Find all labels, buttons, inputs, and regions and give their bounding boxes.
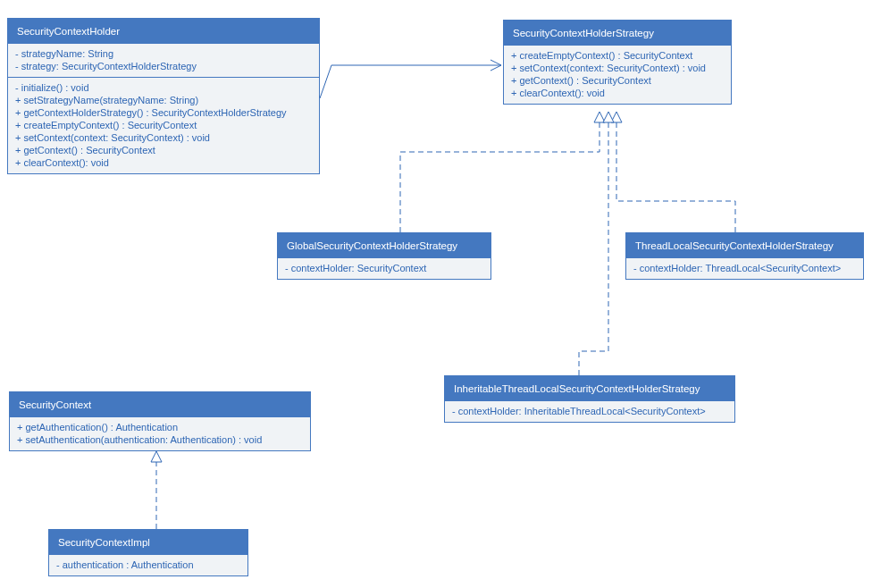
attribute: - contextHolder: ThreadLocal<SecurityCon… <box>633 262 856 274</box>
attributes-section: - contextHolder: ThreadLocal<SecurityCon… <box>626 258 863 279</box>
attribute: - contextHolder: InheritableThreadLocal<… <box>452 405 727 417</box>
class-title: SecurityContextHolderStrategy <box>504 21 731 46</box>
operation: + clearContext(): void <box>511 87 724 99</box>
attributes-section: - authentication : Authentication <box>49 555 247 575</box>
svg-marker-3 <box>151 451 162 462</box>
operation: + createEmptyContext() : SecurityContext <box>511 49 724 62</box>
operation: + setContext(context: SecurityContext) :… <box>15 131 312 144</box>
class-title: ThreadLocalSecurityContextHolderStrategy <box>626 233 863 258</box>
operation: - initialize() : void <box>15 81 312 94</box>
attribute: - strategy: SecurityContextHolderStrateg… <box>15 60 312 72</box>
operation: + setContext(context: SecurityContext) :… <box>511 62 724 74</box>
operations-section: + createEmptyContext() : SecurityContext… <box>504 46 731 104</box>
class-security-context-impl: SecurityContextImpl - authentication : A… <box>48 529 248 576</box>
svg-marker-0 <box>594 112 605 122</box>
class-title: SecurityContext <box>10 392 310 417</box>
operation: + getContextHolderStrategy() : SecurityC… <box>15 106 312 119</box>
class-title: SecurityContextHolder <box>8 19 319 44</box>
operation: + clearContext(): void <box>15 156 312 169</box>
attributes-section: - contextHolder: SecurityContext <box>278 258 490 279</box>
operation: + setStrategyName(strategyName: String) <box>15 94 312 106</box>
class-thread-local-strategy: ThreadLocalSecurityContextHolderStrategy… <box>625 232 864 280</box>
attribute: - strategyName: String <box>15 47 312 60</box>
operation: + getContext() : SecurityContext <box>511 74 724 87</box>
operation: + createEmptyContext() : SecurityContext <box>15 119 312 131</box>
attribute: - authentication : Authentication <box>56 559 240 571</box>
svg-marker-2 <box>603 112 614 122</box>
class-security-context-holder: SecurityContextHolder - strategyName: St… <box>7 18 320 174</box>
operations-section: - initialize() : void + setStrategyName(… <box>8 78 319 173</box>
attributes-section: - strategyName: String - strategy: Secur… <box>8 44 319 77</box>
class-security-context-holder-strategy: SecurityContextHolderStrategy + createEm… <box>503 20 732 105</box>
class-global-strategy: GlobalSecurityContextHolderStrategy - co… <box>277 232 491 280</box>
class-security-context: SecurityContext + getAuthentication() : … <box>9 391 311 451</box>
operation: + getContext() : SecurityContext <box>15 144 312 156</box>
class-title: SecurityContextImpl <box>49 530 247 555</box>
operation: + getAuthentication() : Authentication <box>17 421 303 433</box>
operation: + setAuthentication(authentication: Auth… <box>17 433 303 446</box>
class-title: InheritableThreadLocalSecurityContextHol… <box>445 376 734 401</box>
class-title: GlobalSecurityContextHolderStrategy <box>278 233 490 258</box>
operations-section: + getAuthentication() : Authentication +… <box>10 417 310 450</box>
uml-diagram-canvas: SecurityContextHolder - strategyName: St… <box>0 0 872 588</box>
attribute: - contextHolder: SecurityContext <box>285 262 483 274</box>
class-inheritable-thread-local-strategy: InheritableThreadLocalSecurityContextHol… <box>444 375 735 423</box>
svg-marker-1 <box>611 112 622 122</box>
attributes-section: - contextHolder: InheritableThreadLocal<… <box>445 401 734 422</box>
